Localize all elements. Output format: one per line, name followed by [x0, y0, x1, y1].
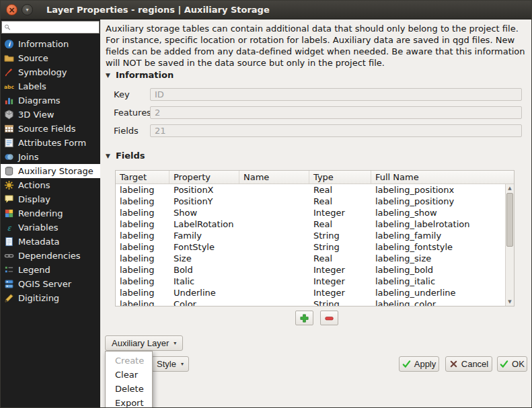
table-cell: Show: [169, 207, 239, 218]
sidebar-item-auxiliary-storage[interactable]: Auxiliary Storage: [1, 164, 100, 178]
table-cell: labeling_labelrotation: [371, 218, 505, 230]
sidebar-item-digitizing[interactable]: Digitizing: [1, 291, 100, 305]
cancel-button[interactable]: Cancel: [445, 356, 492, 372]
table-cell: [239, 287, 309, 298]
column-header-full-name[interactable]: Full Name: [371, 171, 514, 183]
table-cell: labeling_positionx: [371, 184, 505, 196]
table-row[interactable]: labelingColorStringlabeling_color: [116, 298, 505, 306]
scroll-down-icon[interactable]: ▼: [506, 298, 514, 306]
minimize-button[interactable]: ▾: [22, 4, 33, 15]
table-row[interactable]: labelingPositionYReallabeling_positiony: [116, 196, 505, 207]
3d-view-icon: [4, 110, 14, 120]
table-cell: Underline: [169, 287, 239, 298]
labels-icon: abc: [4, 81, 14, 91]
add-field-button[interactable]: [295, 311, 313, 325]
sidebar-item-label: Legend: [18, 265, 50, 275]
table-cell: Family: [169, 230, 239, 241]
table-cell: labeling_positiony: [371, 196, 505, 207]
sidebar-item-joins[interactable]: Joins: [1, 150, 100, 164]
layer-properties-window: × ▾ Layer Properties - regions | Auxilia…: [0, 0, 532, 408]
table-scrollbar[interactable]: ▲ ▼: [505, 184, 514, 306]
column-header-name[interactable]: Name: [239, 171, 309, 183]
table-cell: [239, 264, 309, 276]
table-row[interactable]: labelingLabelRotationReallabeling_labelr…: [116, 218, 505, 230]
table-cell: Real: [309, 184, 371, 196]
sidebar-item-label: Rendering: [18, 208, 63, 218]
column-header-type[interactable]: Type: [309, 171, 371, 183]
sidebar-item-actions[interactable]: Actions: [1, 178, 100, 192]
sidebar-item-label: Display: [18, 194, 50, 204]
sidebar-item-label: Source: [18, 53, 48, 63]
table-row[interactable]: labelingSizeReallabeling_size: [116, 253, 505, 264]
sidebar-item-dependencies[interactable]: Dependencies: [1, 249, 100, 263]
table-row[interactable]: labelingShowIntegerlabeling_show: [116, 207, 505, 218]
table-cell: labeling_bold: [371, 264, 505, 276]
menu-item-clear[interactable]: Clear: [106, 368, 152, 382]
sidebar-item-legend[interactable]: Legend: [1, 263, 100, 277]
fields-section-header[interactable]: ▼ Fields: [106, 151, 145, 161]
table-row[interactable]: labelingUnderlineIntegerlabeling_underli…: [116, 287, 505, 298]
sidebar-item-labels[interactable]: abcLabels: [1, 79, 100, 93]
sidebar-search[interactable]: [1, 21, 100, 34]
svg-text:ε: ε: [7, 224, 11, 233]
information-section-title: Information: [116, 70, 174, 80]
information-section-header[interactable]: ▼ Information: [106, 70, 174, 80]
info-row-fields: Fields: [114, 124, 522, 138]
scroll-up-icon[interactable]: ▲: [506, 184, 514, 192]
actions-icon: [4, 180, 14, 190]
sidebar-item-symbology[interactable]: Symbology: [1, 65, 100, 79]
table-cell: [239, 207, 309, 218]
sidebar-item-diagrams[interactable]: Diagrams: [1, 93, 100, 108]
sidebar-item-metadata[interactable]: Metadata: [1, 235, 100, 249]
sidebar-item-display[interactable]: Display: [1, 192, 100, 206]
sidebar-item-attributes-form[interactable]: Attributes Form: [1, 136, 100, 150]
close-button[interactable]: ×: [6, 4, 17, 15]
sidebar-item-variables[interactable]: εVariables: [1, 220, 100, 235]
table-cell: Integer: [309, 287, 371, 298]
table-cell: labeling_size: [371, 253, 505, 264]
sidebar-item-label: Actions: [18, 180, 50, 190]
table-row[interactable]: labelingFontStyleStringlabeling_fontstyl…: [116, 241, 505, 253]
ok-button[interactable]: OK: [497, 356, 527, 372]
sidebar-item-source[interactable]: Source: [1, 51, 100, 65]
table-cell: LabelRotation: [169, 218, 239, 230]
info-value-key: [150, 88, 522, 101]
apply-button[interactable]: Apply: [399, 356, 439, 372]
table-cell: labeling: [116, 218, 169, 230]
table-row[interactable]: labelingItalicIntegerlabeling_italic: [116, 276, 505, 287]
table-cell: Integer: [309, 276, 371, 287]
sidebar-item-label: 3D View: [18, 110, 54, 120]
info-label-key: Key: [114, 89, 130, 99]
menu-item-delete[interactable]: Delete: [106, 382, 152, 396]
column-header-property[interactable]: Property: [169, 171, 239, 183]
table-cell: labeling: [116, 230, 169, 241]
menu-item-export[interactable]: Export: [106, 396, 152, 408]
sidebar-item-3d-view[interactable]: 3D View: [1, 108, 100, 122]
table-cell: labeling_show: [371, 207, 505, 218]
table-cell: labeling_italic: [371, 276, 505, 287]
table-row[interactable]: labelingBoldIntegerlabeling_bold: [116, 264, 505, 276]
remove-field-button[interactable]: [320, 311, 338, 325]
sidebar-item-information[interactable]: iInformation: [1, 37, 100, 51]
style-button[interactable]: Style ▾: [151, 356, 189, 372]
table-row[interactable]: labelingFamilyStringlabeling_family: [116, 230, 505, 241]
sidebar-item-label: Metadata: [18, 237, 60, 247]
auxiliary-layer-button[interactable]: Auxiliary Layer ▾: [105, 335, 183, 351]
sidebar-item-rendering[interactable]: Rendering: [1, 206, 100, 220]
field-actions: [100, 311, 532, 325]
sidebar-item-source-fields[interactable]: Source Fields: [1, 122, 100, 136]
scrollbar-thumb[interactable]: [506, 193, 513, 247]
fields-table: TargetPropertyNameTypeFull Name labeling…: [115, 170, 515, 307]
sidebar-search-input[interactable]: [13, 23, 97, 32]
table-cell: Integer: [309, 207, 371, 218]
sidebar-item-qgis-server[interactable]: QGIS Server: [1, 277, 100, 291]
check-icon: [500, 360, 508, 368]
table-cell: Real: [309, 218, 371, 230]
sidebar-item-label: Joins: [18, 152, 38, 162]
collapse-arrow-icon: ▼: [106, 153, 110, 159]
sidebar-item-label: Source Fields: [18, 124, 76, 134]
table-row[interactable]: labelingPositionXReallabeling_positionx: [116, 184, 505, 196]
table-cell: labeling_color: [371, 298, 505, 306]
column-header-target[interactable]: Target: [116, 171, 169, 183]
table-cell: labeling_family: [371, 230, 505, 241]
